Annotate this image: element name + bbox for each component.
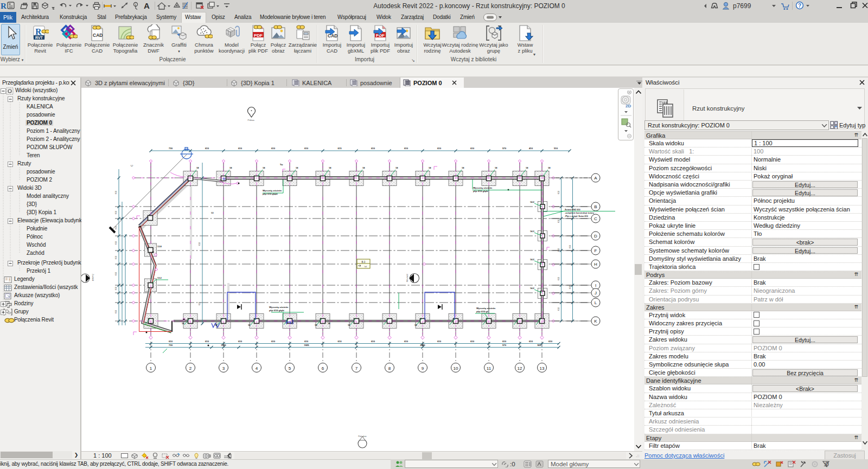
svg-text:4: 4 — [256, 366, 258, 371]
svg-text:610: 610 — [502, 340, 507, 343]
svg-text:L: L — [595, 300, 597, 305]
svg-text:610: 610 — [404, 147, 409, 150]
svg-text:14.2: 14.2 — [530, 287, 535, 290]
svg-text:Północ: Północ — [248, 119, 255, 121]
svg-text:D: D — [594, 234, 597, 239]
svg-text:610: 610 — [115, 272, 117, 275]
svg-text:610: 610 — [205, 147, 209, 150]
svg-text:14.3: 14.3 — [530, 230, 535, 233]
svg-text:B.3: B.3 — [362, 261, 366, 264]
svg-text:18: 18 — [263, 166, 265, 169]
svg-text:610: 610 — [304, 147, 309, 150]
svg-text:płyt 610 gł.: płyt 610 gł. — [476, 310, 489, 313]
svg-text:18: 18 — [328, 322, 330, 325]
svg-text:F: F — [595, 248, 597, 253]
svg-text:I: I — [595, 283, 596, 288]
svg-text:-Płyt z ociepl. Ścian 610: -Płyt z ociepl. Ścian 610 — [565, 215, 588, 217]
svg-text:płyt 610 głębi: płyt 610 głębi — [269, 309, 284, 312]
svg-text:610: 610 — [404, 340, 409, 343]
svg-text:18: 18 — [329, 166, 331, 169]
svg-text:610: 610 — [238, 340, 242, 343]
svg-text:610: 610 — [304, 340, 309, 343]
svg-text:610: 610 — [437, 340, 442, 343]
svg-text:570: 570 — [502, 147, 507, 150]
svg-text:610: 610 — [271, 147, 276, 150]
svg-text:9: 9 — [422, 366, 424, 371]
svg-text:13.8: 13.8 — [157, 245, 162, 248]
svg-text:2440: 2440 — [420, 344, 425, 346]
svg-text:610: 610 — [558, 307, 560, 311]
svg-text:11: 11 — [487, 366, 492, 371]
svg-text:13.2: 13.2 — [157, 277, 162, 279]
svg-text:R: R — [1, 2, 7, 10]
svg-text:615: 615 — [338, 147, 342, 150]
svg-text:18: 18 — [348, 324, 350, 326]
svg-text:1220: 1220 — [221, 344, 226, 346]
svg-text:610: 610 — [558, 220, 560, 223]
svg-text:Wysunię ościeżn: Wysunię ościeżn — [473, 187, 493, 189]
svg-text:18: 18 — [495, 166, 497, 169]
svg-text:610: 610 — [470, 340, 475, 343]
svg-text:B: B — [594, 204, 597, 209]
svg-text:730: 730 — [169, 147, 173, 150]
svg-text:płyt 610 głębi: płyt 610 głębi — [263, 192, 278, 195]
svg-text:J: J — [595, 291, 597, 295]
svg-text:14.2: 14.2 — [530, 201, 535, 203]
svg-text:18: 18 — [248, 324, 251, 326]
svg-text:?: ? — [798, 3, 801, 9]
svg-text:18: 18 — [182, 322, 184, 325]
svg-text:7: 7 — [355, 366, 358, 371]
svg-text:570: 570 — [502, 344, 507, 346]
svg-text:610: 610 — [569, 286, 571, 289]
svg-text:410: 410 — [529, 147, 533, 150]
svg-text:730: 730 — [169, 344, 173, 346]
svg-text:18: 18 — [526, 166, 528, 169]
svg-text:18: 18 — [229, 166, 232, 169]
svg-text:18: 18 — [296, 166, 298, 169]
svg-text:610: 610 — [199, 242, 201, 246]
svg-text:10: 10 — [454, 366, 458, 371]
svg-text:610: 610 — [558, 248, 560, 252]
svg-text:18: 18 — [414, 324, 417, 326]
svg-text:610: 610 — [470, 147, 475, 150]
svg-text:Ściana KNZ 610: Ściana KNZ 610 — [565, 208, 580, 211]
svg-text:płyt 610 głębi: płyt 610 głębi — [473, 190, 488, 192]
svg-text:18: 18 — [315, 324, 317, 326]
svg-text:RVT: RVT — [35, 36, 43, 40]
svg-text:610: 610 — [199, 302, 201, 305]
svg-text:510: 510 — [554, 147, 558, 150]
svg-text:2D: 2D — [626, 104, 631, 108]
svg-text:610: 610 — [115, 310, 117, 313]
svg-text:14.2: 14.2 — [530, 258, 535, 261]
svg-text:5: 5 — [289, 366, 291, 371]
svg-text:C: C — [594, 216, 597, 221]
svg-text:12: 12 — [518, 366, 522, 371]
svg-text:610: 610 — [558, 191, 560, 194]
svg-text:CAD: CAD — [93, 33, 103, 38]
svg-text:610: 610 — [238, 147, 242, 150]
svg-text:-ocieplenie konstrukcji ściany: -ocieplenie konstrukcji ściany — [565, 212, 595, 214]
svg-text:610: 610 — [115, 287, 117, 290]
svg-text:3: 3 — [222, 366, 225, 371]
svg-text:1: 1 — [150, 366, 152, 371]
svg-text:K: K — [594, 319, 597, 324]
svg-text:18: 18 — [196, 166, 199, 169]
svg-text:A: A — [144, 1, 150, 10]
svg-text:Wschód: Wschód — [406, 274, 409, 282]
svg-text:610: 610 — [371, 340, 375, 343]
svg-text:A: A — [594, 176, 597, 181]
svg-text:H: H — [594, 262, 597, 267]
svg-text:18: 18 — [429, 166, 431, 169]
svg-text:p7699: p7699 — [733, 2, 751, 10]
svg-text:610: 610 — [115, 241, 117, 245]
svg-text:Wysunię ościeżn: Wysunię ościeżn — [263, 189, 282, 192]
svg-text:13: 13 — [540, 366, 545, 371]
svg-text:R: R — [35, 27, 42, 36]
svg-text:18: 18 — [395, 166, 398, 169]
svg-text:8: 8 — [388, 366, 391, 371]
svg-text:18: 18 — [215, 324, 218, 326]
svg-text:610: 610 — [205, 340, 209, 343]
svg-text:6: 6 — [322, 366, 324, 371]
svg-text:Wysunię ościeżn: Wysunię ościeżn — [269, 306, 289, 309]
svg-text:1825: 1825 — [304, 344, 309, 346]
